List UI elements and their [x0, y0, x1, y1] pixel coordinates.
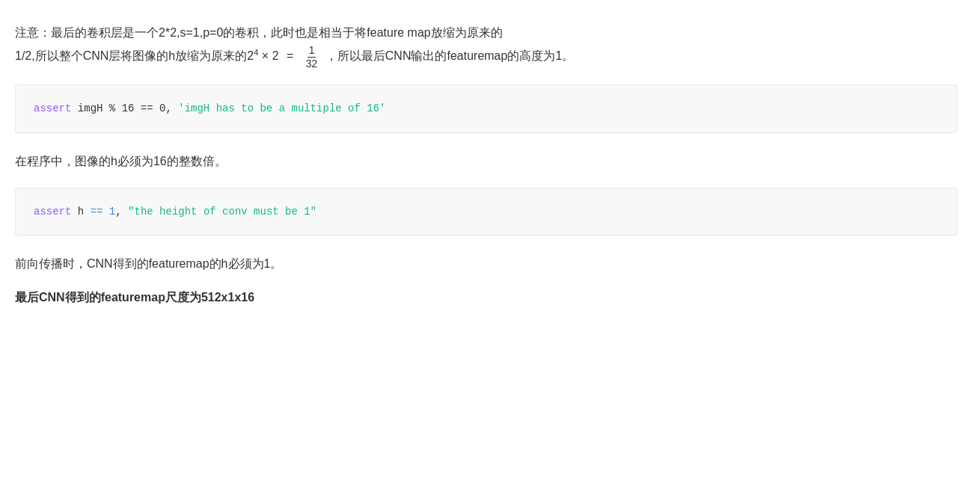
p1-equals: = [287, 49, 293, 62]
p1-text-part2: 1/2,所以整个CNN层将图像的h放缩为原来的24 × 2 = 1 32 ，所以… [15, 49, 574, 62]
code2-num: 1 [102, 206, 115, 218]
page-container: 注意：最后的卷积层是一个2*2,s=1,p=0的卷积，此时也是相当于将featu… [0, 0, 980, 492]
paragraph-1: 注意：最后的卷积层是一个2*2,s=1,p=0的卷积，此时也是相当于将featu… [15, 22, 958, 70]
code1-string: 'imgH has to be a multiple of 16' [178, 102, 385, 114]
code2-comma: , [115, 206, 121, 218]
code2-string: "the height of conv must be 1" [122, 206, 316, 218]
p1-fraction-numerator: 1 [307, 44, 316, 58]
paragraph-2: 在程序中，图像的h必须为16的整数倍。 [15, 151, 958, 173]
code1-keyword: assert [34, 102, 71, 114]
code2-op: == [91, 206, 103, 218]
p1-fraction-denominator: 32 [304, 58, 319, 70]
code2-body-pre: h [71, 206, 90, 218]
section-heading: 最后CNN得到的featuremap尺度为512x1x16 [15, 290, 958, 306]
p1-fraction: 1 32 [304, 44, 319, 70]
code2-keyword: assert [34, 206, 71, 218]
code1-body: imgH % 16 == 0, [71, 102, 178, 114]
code-block-1: assert imgH % 16 == 0, 'imgH has to be a… [15, 84, 958, 132]
p1-text-part1: 注意：最后的卷积层是一个2*2,s=1,p=0的卷积，此时也是相当于将featu… [15, 26, 503, 39]
paragraph-3: 前向传播时，CNN得到的featuremap的h必须为1。 [15, 253, 958, 275]
code-block-2: assert h == 1, "the height of conv must … [15, 188, 958, 236]
